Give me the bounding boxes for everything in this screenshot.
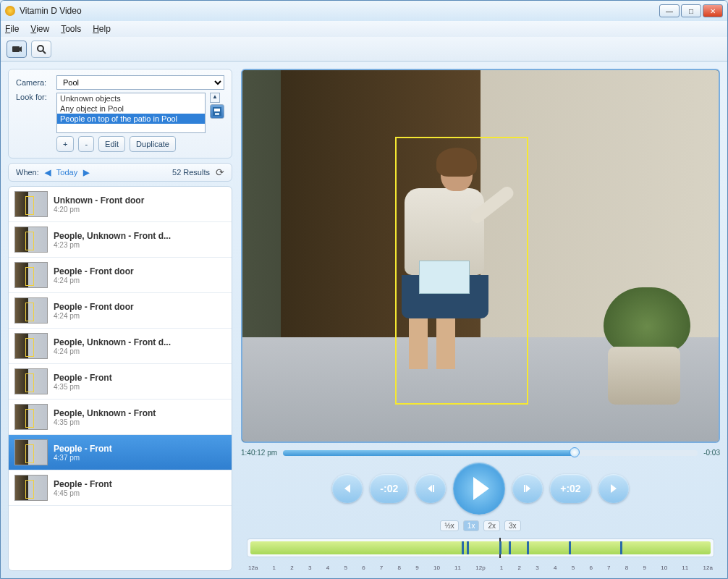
frame-fwd-button[interactable] (512, 474, 543, 503)
timeline-event-mark[interactable] (462, 541, 464, 554)
titlebar[interactable]: Vitamin D Video — □ ✕ (1, 1, 727, 21)
close-button[interactable]: ✕ (703, 4, 723, 17)
timeline-event-mark[interactable] (509, 541, 511, 554)
results-list[interactable]: Unknown - Front door4:20 pmPeople, Unkno… (8, 186, 232, 571)
speed-option[interactable]: 3x (504, 520, 521, 531)
tick-label: 6 (362, 565, 365, 571)
player-panel: 1:40:12 pm -0:03 -:02 (241, 69, 720, 571)
menu-view[interactable]: View (30, 24, 49, 34)
timeline-event-mark[interactable] (499, 541, 501, 554)
remaining-time: -0:03 (703, 449, 720, 457)
progress-bar[interactable] (283, 450, 698, 456)
when-bar: When: ◀ Today ▶ 52 Results ⟳ (8, 163, 232, 182)
result-thumbnail (14, 191, 48, 217)
tick-label: 1 (500, 565, 503, 571)
result-item[interactable]: People, Unknown - Front d...4:24 pm (9, 329, 232, 364)
duplicate-filter-button[interactable]: Duplicate (130, 136, 176, 152)
prev-day-button[interactable]: ◀ (45, 168, 51, 177)
result-title: Unknown - Front door (54, 195, 144, 206)
speed-option[interactable]: ½x (440, 520, 458, 531)
arrow-right-icon (608, 483, 619, 494)
result-thumbnail (14, 404, 48, 430)
result-item[interactable]: People - Front door4:24 pm (9, 258, 232, 293)
result-title: People - Front door (54, 266, 134, 276)
svg-rect-9 (433, 485, 434, 492)
result-time: 4:24 pm (54, 276, 134, 284)
add-filter-button[interactable]: + (56, 136, 74, 152)
tick-label: 5 (572, 565, 575, 571)
svg-rect-5 (214, 109, 220, 111)
timeline-event-mark[interactable] (569, 541, 571, 554)
result-item[interactable]: Unknown - Front door4:20 pm (9, 187, 232, 222)
frame-back-button[interactable] (415, 474, 446, 503)
app-window: Vitamin D Video — □ ✕ File View Tools He… (0, 0, 728, 579)
step-back-icon (425, 483, 436, 494)
tick-label: 9 (643, 565, 646, 571)
result-item[interactable]: People - Front4:45 pm (9, 470, 232, 506)
result-item[interactable]: People - Front4:35 pm (9, 364, 232, 400)
result-title: People, Unknown - Front d... (54, 231, 171, 241)
svg-marker-1 (20, 46, 22, 52)
result-title: People - Front door (54, 302, 134, 312)
edit-filter-button[interactable]: Edit (98, 136, 125, 152)
tick-label: 3 (308, 565, 311, 571)
result-item[interactable]: People - Front door4:24 pm (9, 293, 232, 329)
svg-rect-10 (524, 485, 525, 492)
skip-back-button[interactable]: -:02 (370, 474, 408, 503)
tick-label: 4 (326, 565, 329, 571)
prev-clip-button[interactable] (332, 474, 363, 503)
play-button[interactable] (453, 462, 505, 515)
timeline-event-mark[interactable] (620, 541, 622, 554)
lookfor-listbox[interactable]: Unknown objectsAny object in PoolPeople … (56, 93, 206, 133)
result-title: People, Unknown - Front d... (54, 337, 171, 347)
lookfor-option[interactable]: Unknown objects (57, 93, 205, 103)
result-thumbnail (14, 297, 48, 324)
menu-file[interactable]: File (5, 24, 19, 34)
speed-option[interactable]: 1x (463, 520, 480, 531)
timeline-event-mark[interactable] (527, 541, 529, 554)
camera-label: Camera: (16, 78, 52, 87)
timeline-event-mark[interactable] (467, 541, 469, 554)
menubar: File View Tools Help (1, 21, 727, 37)
next-day-button[interactable]: ▶ (83, 168, 89, 177)
remove-filter-button[interactable]: - (78, 136, 94, 152)
result-time: 4:23 pm (54, 241, 171, 249)
tick-label: 9 (415, 565, 418, 571)
minimize-button[interactable]: — (659, 4, 680, 17)
video-viewport[interactable] (241, 69, 720, 443)
camera-select[interactable]: Pool (56, 75, 224, 90)
svg-point-2 (38, 46, 43, 51)
left-panel: Camera: Pool Look for: Unknown objectsAn… (8, 69, 232, 571)
result-thumbnail (14, 333, 48, 359)
timeline-ticks: 12a123456789101112p123456789101112a (241, 565, 720, 571)
progress-row: 1:40:12 pm -0:03 (241, 449, 720, 457)
result-item[interactable]: People, Unknown - Front4:35 pm (9, 400, 232, 435)
day-timeline[interactable] (247, 538, 714, 557)
menu-help[interactable]: Help (93, 24, 111, 34)
camera-icon (12, 45, 22, 54)
result-title: People - Front (54, 373, 112, 383)
save-search-button[interactable] (210, 104, 224, 119)
refresh-button[interactable]: ⟳ (216, 166, 224, 178)
elapsed-time: 1:40:12 pm (241, 449, 277, 457)
skip-fwd-button[interactable]: +:02 (550, 474, 591, 503)
result-title: People - Front (54, 444, 112, 454)
lookfor-option[interactable]: Any object in Pool (57, 103, 205, 114)
next-clip-button[interactable] (598, 474, 629, 503)
today-button[interactable]: Today (56, 168, 77, 177)
menu-tools[interactable]: Tools (61, 24, 81, 34)
lookfor-option[interactable]: People on top of the patio in Pool (57, 114, 205, 124)
result-item[interactable]: People - Front4:37 pm (9, 435, 232, 470)
progress-handle[interactable] (570, 447, 580, 457)
camera-view-button[interactable] (7, 41, 27, 58)
result-item[interactable]: People, Unknown - Front d...4:23 pm (9, 222, 232, 258)
search-view-button[interactable] (31, 41, 51, 58)
result-thumbnail (14, 439, 48, 465)
scroll-up-icon[interactable]: ▲ (210, 93, 220, 103)
tick-label: 10 (661, 565, 667, 571)
svg-rect-0 (12, 46, 20, 52)
tick-label: 12a (248, 565, 258, 571)
tick-label: 2 (290, 565, 293, 571)
speed-option[interactable]: 2x (483, 520, 500, 531)
maximize-button[interactable]: □ (681, 4, 701, 17)
